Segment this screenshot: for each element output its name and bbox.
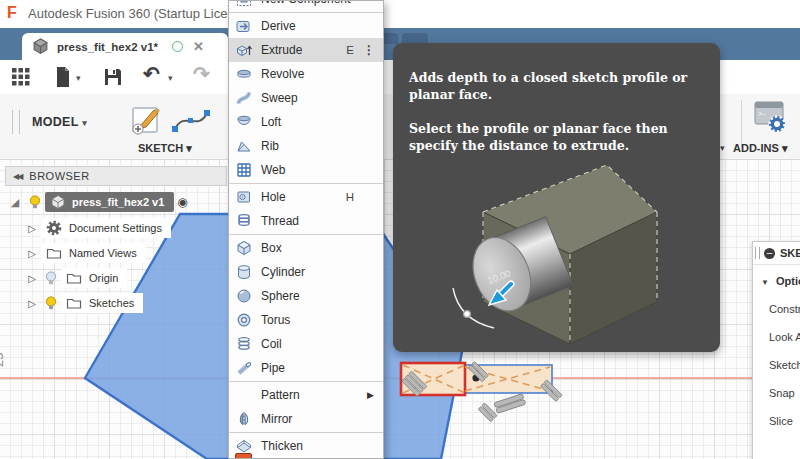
expand-closed-icon[interactable]: ▷: [23, 248, 41, 259]
menu-item-pattern[interactable]: Pattern▶: [229, 383, 383, 407]
bulb-on-icon[interactable]: [41, 295, 61, 311]
folder-icon: [46, 245, 62, 261]
tree-row-document-settings[interactable]: ▷Document Settings: [23, 216, 253, 240]
tree-node-chip[interactable]: Document Settings: [41, 218, 171, 238]
section-label: Options: [776, 275, 800, 287]
hidden-panel-caret[interactable]: ▾: [720, 143, 725, 153]
activate-component-radio[interactable]: ◉: [177, 195, 187, 209]
menu-item-mirror[interactable]: Mirror: [229, 407, 383, 431]
boundary-fill-icon[interactable]: [235, 453, 252, 459]
menu-item-torus[interactable]: Torus: [229, 308, 383, 332]
menu-item-loft[interactable]: Loft: [229, 110, 383, 134]
app-grid-icon[interactable]: [12, 68, 30, 86]
undo-dropdown-caret[interactable]: ▾: [168, 73, 173, 83]
menu-item-label: Pattern: [261, 388, 300, 402]
palette-item-sketch-grid[interactable]: Sketch Grid: [769, 359, 800, 371]
palette-options-section[interactable]: ▼ Options: [761, 275, 800, 287]
tree-node-label: Document Settings: [69, 222, 162, 234]
tree-row-sketches[interactable]: ▷Sketches: [23, 291, 253, 315]
file-dropdown-caret[interactable]: ▾: [76, 73, 81, 83]
menu-item-label: Mirror: [261, 412, 292, 426]
menu-item-revolve[interactable]: Revolve: [229, 62, 383, 86]
spline-tool-icon[interactable]: [172, 108, 210, 134]
file-icon[interactable]: [55, 67, 71, 87]
tree-row-origin[interactable]: ▷Origin: [23, 266, 253, 290]
bulb-off-icon[interactable]: [41, 270, 61, 286]
addins-icon[interactable]: >-: [751, 100, 787, 134]
menu-item-extrude[interactable]: ExtrudeE⋮: [229, 38, 383, 62]
web-icon: [235, 162, 252, 179]
expand-open-icon[interactable]: ◢: [5, 196, 25, 209]
save-icon[interactable]: [104, 68, 122, 86]
sphere-icon: [235, 288, 252, 305]
revolve-icon: [235, 66, 252, 83]
box-icon: [235, 240, 252, 257]
addins-panel-label[interactable]: ADD-INS ▾: [733, 142, 787, 155]
menu-item-sweep[interactable]: Sweep: [229, 86, 383, 110]
menu-item-cylinder[interactable]: Cylinder: [229, 260, 383, 284]
menu-item-label: Loft: [261, 115, 281, 129]
menu-item-label: Web: [261, 163, 285, 177]
menu-item-new-component[interactable]: New Component: [229, 0, 383, 11]
tab-close-icon[interactable]: ✕: [193, 40, 204, 53]
menu-item-label: Derive: [261, 19, 296, 33]
section-expand-caret[interactable]: ▼: [761, 278, 769, 287]
active-document-tab[interactable]: press_fit_hex2 v1* ✕: [22, 33, 228, 60]
menu-separator: [229, 432, 383, 433]
workspace-selector[interactable]: MODEL ▾: [32, 115, 87, 129]
tree-node-chip[interactable]: Named Views: [41, 243, 146, 263]
menu-item-box[interactable]: Box: [229, 236, 383, 260]
menu-separator: [229, 234, 383, 235]
menu-item-hole[interactable]: HoleH: [229, 185, 383, 209]
palette-minimize-icon[interactable]: –: [764, 248, 775, 259]
sketch-dimension-25[interactable]: 25: [0, 353, 6, 367]
kebab-menu-icon[interactable]: ⋮: [363, 43, 375, 57]
toolbar-drag-handle[interactable]: [12, 110, 20, 134]
redo-icon[interactable]: ↷: [193, 62, 210, 86]
menu-shortcut: E: [346, 44, 354, 56]
menu-item-rib[interactable]: Rib: [229, 134, 383, 158]
menu-item-label: Hole: [261, 190, 286, 204]
menu-item-derive[interactable]: Derive: [229, 14, 383, 38]
browser-panel-header[interactable]: ◀◀ BROWSER: [5, 166, 227, 186]
tree-node-chip[interactable]: Origin: [61, 268, 127, 288]
palette-item-look-at[interactable]: Look At: [769, 331, 800, 343]
undo-icon[interactable]: ↶: [143, 62, 160, 86]
derive-icon: [235, 18, 252, 35]
palette-item-snap[interactable]: Snap: [769, 387, 800, 399]
palette-grip[interactable]: [755, 247, 760, 259]
palette-item-construction[interactable]: Construction: [769, 303, 800, 315]
thread-icon: [235, 213, 252, 230]
menu-item-web[interactable]: Web: [229, 158, 383, 182]
coil-icon: [235, 336, 252, 353]
menu-item-thread[interactable]: Thread: [229, 209, 383, 233]
torus-icon: [235, 312, 252, 329]
expand-closed-icon[interactable]: ▷: [23, 223, 41, 234]
expand-closed-icon[interactable]: ▷: [23, 298, 41, 309]
sketch-panel-label[interactable]: SKETCH ▾: [138, 142, 192, 155]
create-sketch-icon[interactable]: [130, 102, 166, 138]
fusion-logo-icon: F: [7, 5, 23, 21]
fusion360-window: 25 F Autodesk Fusion 360 (Startup Licens…: [0, 0, 800, 459]
sync-status-icon: [172, 41, 183, 52]
submenu-arrow-icon: ▶: [367, 390, 374, 400]
extrude-tooltip: Adds depth to a closed sketch profile or…: [393, 43, 720, 352]
sketch-palette-header[interactable]: – SKETCH PALETTE: [753, 242, 800, 265]
menu-item-pipe[interactable]: Pipe: [229, 356, 383, 380]
toolbar-separator: [741, 100, 742, 148]
folder-icon: [66, 295, 82, 311]
bulb-on-icon[interactable]: [25, 194, 45, 210]
collapse-browser-icon[interactable]: ◀◀: [13, 172, 21, 181]
tree-row-named-views[interactable]: ▷Named Views: [23, 241, 253, 265]
menu-item-sphere[interactable]: Sphere: [229, 284, 383, 308]
menu-item-thicken[interactable]: Thicken: [229, 434, 383, 458]
menu-item-coil[interactable]: Coil: [229, 332, 383, 356]
expand-closed-icon[interactable]: ▷: [23, 273, 41, 284]
palette-item-slice[interactable]: Slice: [769, 415, 800, 427]
root-node-chip[interactable]: press_fit_hex2 v1: [45, 192, 174, 212]
tree-node-chip[interactable]: Sketches: [61, 293, 143, 313]
menu-item-label: Extrude: [261, 43, 302, 57]
tooltip-text-2: Select the profile or planar face then s…: [409, 103, 704, 154]
menu-item-label: Cylinder: [261, 265, 305, 279]
tree-row-root[interactable]: ◢press_fit_hex2 v1◉: [5, 190, 235, 214]
